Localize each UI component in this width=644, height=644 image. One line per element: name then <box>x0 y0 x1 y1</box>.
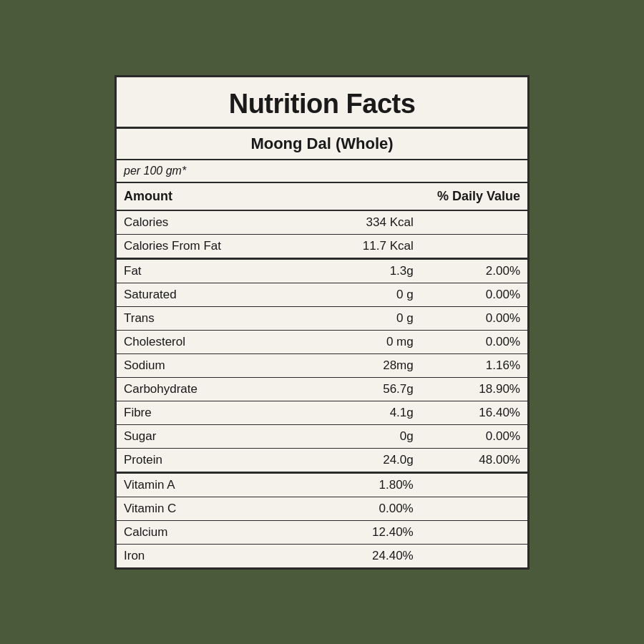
nutrient-value: 0 g <box>298 306 421 330</box>
product-name: Moong Dal (Whole) <box>131 135 513 153</box>
nutrient-value: 4.1g <box>298 401 421 424</box>
table-row: Vitamin C0.00% <box>117 497 527 520</box>
nutrient-dv: 18.90% <box>421 377 527 401</box>
nutrient-value: 0.00% <box>298 497 421 520</box>
nutrient-dv: 2.00% <box>421 258 527 283</box>
table-row: Carbohydrate56.7g18.90% <box>117 377 527 401</box>
nutrient-name: Trans <box>117 306 298 330</box>
table-row: Calcium12.40% <box>117 520 527 544</box>
table-row: Calories334 Kcal <box>117 210 527 235</box>
nutrient-dv: 0.00% <box>421 283 527 306</box>
table-row: Trans0 g0.00% <box>117 306 527 330</box>
nutrient-value: 24.0g <box>298 448 421 472</box>
nutrient-value: 24.40% <box>298 544 421 567</box>
title-section: Nutrition Facts <box>117 77 527 129</box>
header-amount: Amount <box>117 183 298 210</box>
nutrient-value: 1.3g <box>298 258 421 283</box>
nutrient-value: 0 g <box>298 283 421 306</box>
nutrient-name: Carbohydrate <box>117 377 298 401</box>
nutrient-value: 1.80% <box>298 472 421 497</box>
nutrient-name: Vitamin C <box>117 497 298 520</box>
table-row: Saturated0 g0.00% <box>117 283 527 306</box>
serving-size: per 100 gm* <box>124 165 186 177</box>
table-row: Fat1.3g2.00% <box>117 258 527 283</box>
table-header: Amount % Daily Value <box>117 183 527 210</box>
header-dv: % Daily Value <box>421 183 527 210</box>
nutrient-dv: 48.00% <box>421 448 527 472</box>
nutrient-dv <box>421 210 527 235</box>
serving-section: per 100 gm* <box>117 160 527 183</box>
nutrient-name: Fat <box>117 258 298 283</box>
table-row: Sodium28mg1.16% <box>117 353 527 377</box>
table-row: Calories From Fat11.7 Kcal <box>117 234 527 258</box>
nutrient-value: 334 Kcal <box>298 210 421 235</box>
nutrient-name: Calories From Fat <box>117 234 298 258</box>
table-row: Vitamin A1.80% <box>117 472 527 497</box>
nutrient-dv <box>421 472 527 497</box>
nutrient-value: 12.40% <box>298 520 421 544</box>
nutrient-name: Protein <box>117 448 298 472</box>
nutrient-value: 0 mg <box>298 330 421 353</box>
nutrient-name: Saturated <box>117 283 298 306</box>
nutrient-name: Calcium <box>117 520 298 544</box>
main-title: Nutrition Facts <box>131 89 513 119</box>
table-row: Fibre4.1g16.40% <box>117 401 527 424</box>
nutrient-name: Vitamin A <box>117 472 298 497</box>
table-row: Cholesterol0 mg0.00% <box>117 330 527 353</box>
nutrient-name: Iron <box>117 544 298 567</box>
nutrient-name: Sugar <box>117 424 298 448</box>
nutrient-dv <box>421 520 527 544</box>
table-row: Iron24.40% <box>117 544 527 567</box>
nutrition-table: Amount % Daily Value Calories334 KcalCal… <box>117 183 527 567</box>
nutrient-dv: 0.00% <box>421 306 527 330</box>
nutrient-dv: 1.16% <box>421 353 527 377</box>
nutrient-dv <box>421 497 527 520</box>
nutrient-dv: 16.40% <box>421 401 527 424</box>
nutrient-dv: 0.00% <box>421 330 527 353</box>
nutrient-dv <box>421 234 527 258</box>
nutrient-value: 56.7g <box>298 377 421 401</box>
table-row: Sugar0g0.00% <box>117 424 527 448</box>
nutrient-name: Calories <box>117 210 298 235</box>
product-name-section: Moong Dal (Whole) <box>117 129 527 160</box>
nutrient-value: 11.7 Kcal <box>298 234 421 258</box>
nutrient-name: Sodium <box>117 353 298 377</box>
header-value <box>298 183 421 210</box>
nutrition-card: Nutrition Facts Moong Dal (Whole) per 10… <box>114 75 530 570</box>
table-row: Protein24.0g48.00% <box>117 448 527 472</box>
nutrient-value: 0g <box>298 424 421 448</box>
nutrient-name: Cholesterol <box>117 330 298 353</box>
nutrient-dv: 0.00% <box>421 424 527 448</box>
nutrient-name: Fibre <box>117 401 298 424</box>
nutrient-dv <box>421 544 527 567</box>
nutrient-value: 28mg <box>298 353 421 377</box>
